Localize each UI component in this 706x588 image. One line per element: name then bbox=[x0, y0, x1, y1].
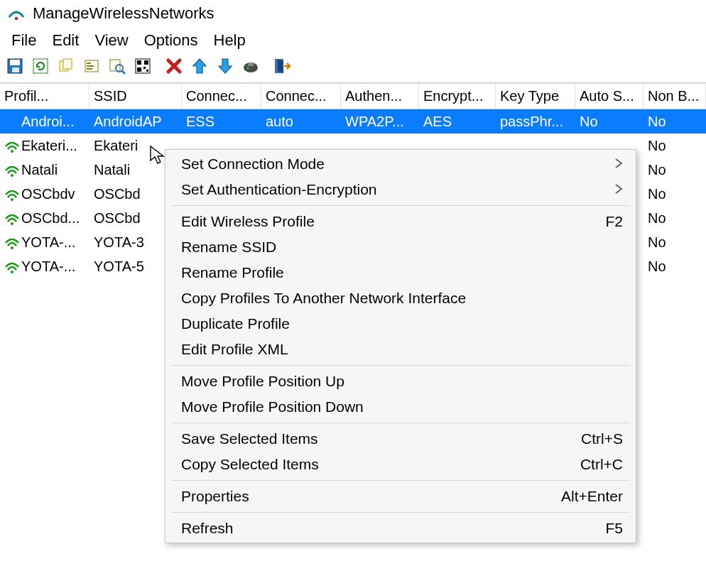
app-icon bbox=[7, 4, 26, 23]
cm-refresh[interactable]: RefreshF5 bbox=[165, 516, 636, 541]
menu-help[interactable]: Help bbox=[207, 30, 253, 51]
cell-text: OSCbd bbox=[94, 186, 141, 202]
cell-text: No bbox=[580, 114, 598, 129]
move-up-button[interactable] bbox=[188, 55, 212, 80]
svg-point-29 bbox=[11, 222, 13, 225]
cm-duplicate-profile[interactable]: Duplicate Profile bbox=[165, 311, 636, 337]
exit-button[interactable] bbox=[270, 55, 294, 80]
column-header[interactable]: Connec... bbox=[182, 84, 261, 109]
context-menu-label: Properties bbox=[181, 488, 561, 505]
titlebar: ManageWirelessNetworks bbox=[0, 0, 706, 27]
context-menu-separator bbox=[171, 512, 630, 513]
svg-rect-9 bbox=[87, 65, 94, 67]
column-header[interactable]: Connec... bbox=[261, 84, 341, 109]
delete-icon bbox=[165, 57, 183, 79]
find-button[interactable] bbox=[105, 55, 129, 80]
cell-text: AndroidAP bbox=[94, 114, 162, 129]
cm-edit-profile-xml[interactable]: Edit Profile XML bbox=[165, 337, 636, 362]
cm-properties[interactable]: PropertiesAlt+Enter bbox=[165, 484, 636, 509]
wifi-icon bbox=[4, 138, 21, 153]
column-header[interactable]: Key Type bbox=[496, 84, 575, 109]
cell: OSCbdv bbox=[0, 185, 89, 204]
cell-text: Androi... bbox=[21, 114, 74, 129]
cm-save-selected-items[interactable]: Save Selected ItemsCtrl+S bbox=[165, 426, 636, 452]
context-menu-label: Duplicate Profile bbox=[181, 315, 623, 332]
cell bbox=[419, 144, 496, 147]
copy-button[interactable] bbox=[54, 55, 78, 80]
connect-button[interactable] bbox=[239, 55, 263, 80]
cell-text: auto bbox=[266, 114, 293, 129]
menu-edit[interactable]: Edit bbox=[45, 30, 86, 51]
cm-rename-ssid[interactable]: Rename SSID bbox=[165, 234, 636, 260]
cm-copy-profiles-to-another-network-interface[interactable]: Copy Profiles To Another Network Interfa… bbox=[165, 285, 636, 311]
wifi-icon bbox=[4, 210, 21, 226]
save-button[interactable] bbox=[3, 55, 27, 80]
cell: auto bbox=[261, 112, 341, 131]
cell: AndroidAP bbox=[89, 112, 182, 131]
column-header[interactable]: Non B... bbox=[643, 84, 706, 109]
wifi-icon bbox=[4, 162, 21, 178]
svg-rect-3 bbox=[12, 67, 19, 72]
wifi-icon bbox=[4, 114, 21, 129]
cm-set-authentication-encryption[interactable]: Set Authentication-Encryption bbox=[165, 177, 636, 202]
context-menu-label: Copy Profiles To Another Network Interfa… bbox=[181, 290, 623, 307]
cell-text: Ekateri... bbox=[21, 138, 77, 153]
move-down-icon bbox=[216, 57, 234, 79]
properties-icon bbox=[82, 57, 101, 79]
context-menu-label: Edit Profile XML bbox=[181, 341, 623, 358]
cell-text: No bbox=[648, 234, 666, 250]
menu-file[interactable]: File bbox=[4, 30, 43, 51]
context-menu-separator bbox=[171, 365, 630, 366]
cell: Natali bbox=[0, 160, 89, 180]
cell: No bbox=[643, 233, 706, 252]
cm-copy-selected-items[interactable]: Copy Selected ItemsCtrl+C bbox=[165, 452, 636, 477]
svg-point-31 bbox=[11, 271, 13, 273]
chevron-right-icon bbox=[614, 157, 623, 172]
svg-rect-18 bbox=[143, 67, 146, 69]
context-menu-label: Move Profile Position Up bbox=[181, 373, 623, 390]
refresh-button[interactable] bbox=[28, 55, 53, 80]
grid-header: Profil...SSIDConnec...Connec...Authen...… bbox=[0, 83, 706, 109]
menu-options[interactable]: Options bbox=[137, 30, 205, 51]
cell: No bbox=[643, 209, 706, 228]
svg-point-25 bbox=[11, 126, 13, 129]
cm-set-connection-mode[interactable]: Set Connection Mode bbox=[165, 151, 636, 177]
column-header[interactable]: Auto S... bbox=[575, 84, 643, 109]
cm-move-profile-position-down[interactable]: Move Profile Position Down bbox=[165, 394, 636, 420]
cell: No bbox=[643, 112, 706, 131]
table-row[interactable]: Androi...AndroidAPESSautoWPA2P...AESpass… bbox=[0, 109, 706, 134]
column-header[interactable]: Authen... bbox=[341, 84, 419, 109]
column-header[interactable]: SSID bbox=[89, 84, 182, 109]
cell-text: YOTA-5 bbox=[94, 258, 144, 274]
cm-edit-wireless-profile[interactable]: Edit Wireless ProfileF2 bbox=[165, 209, 636, 234]
svg-rect-4 bbox=[33, 59, 48, 73]
column-header[interactable]: Profil... bbox=[0, 84, 89, 109]
context-menu-label: Set Connection Mode bbox=[181, 156, 614, 173]
window-title: ManageWirelessNetworks bbox=[33, 4, 214, 23]
context-menu-accelerator: Ctrl+S bbox=[581, 430, 623, 447]
refresh-icon bbox=[31, 57, 50, 79]
svg-rect-21 bbox=[248, 62, 254, 66]
cell: YOTA-... bbox=[0, 233, 89, 252]
cell: No bbox=[643, 185, 706, 204]
qr-button[interactable] bbox=[131, 55, 155, 80]
cell bbox=[575, 144, 643, 147]
context-menu-separator bbox=[171, 423, 630, 423]
properties-button[interactable] bbox=[80, 55, 104, 80]
menu-view[interactable]: View bbox=[87, 30, 135, 51]
move-down-button[interactable] bbox=[213, 55, 237, 80]
svg-marker-24 bbox=[278, 59, 283, 73]
cell: WPA2P... bbox=[341, 112, 419, 131]
cell: Androi... bbox=[0, 112, 89, 131]
svg-point-26 bbox=[11, 150, 13, 153]
cell: No bbox=[643, 160, 706, 180]
cm-rename-profile[interactable]: Rename Profile bbox=[165, 260, 636, 285]
cell-text: YOTA-... bbox=[21, 258, 75, 274]
cell-text: AES bbox=[423, 114, 452, 129]
cm-move-profile-position-up[interactable]: Move Profile Position Up bbox=[165, 369, 636, 394]
delete-button[interactable] bbox=[162, 55, 186, 80]
cell-text: YOTA-3 bbox=[94, 234, 144, 250]
column-header[interactable]: Encrypt... bbox=[419, 84, 496, 109]
context-menu: Set Connection ModeSet Authentication-En… bbox=[165, 149, 636, 543]
chevron-right-icon bbox=[614, 183, 623, 197]
